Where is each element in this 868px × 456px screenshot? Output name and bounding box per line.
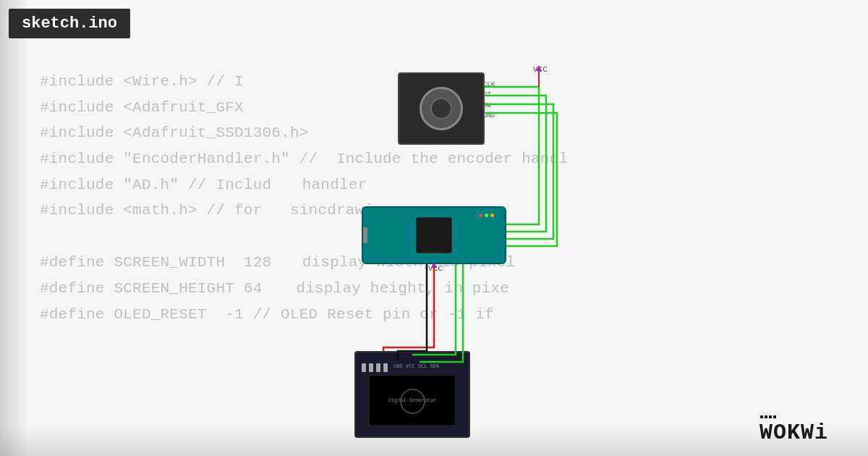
oled-circle [400,389,425,414]
wokwi-logo: WOKWi [760,415,854,443]
encoder-circle-outer [420,87,463,130]
oled-module: GND VCC SCL SDA signal Generator [354,351,470,438]
pin-sw: SW [483,101,495,111]
oled-pin-1 [362,363,366,372]
svg-rect-7 [773,415,776,418]
oled-pin-3 [376,363,380,372]
arduino-chip [416,217,452,253]
svg-rect-5 [765,415,767,418]
circuit-area: VCC VCC CLK DT SW GND [326,65,868,442]
title-bar: sketch.ino [9,9,130,38]
pin-clk: CLK [483,80,495,90]
arduino-usb [362,227,367,243]
arduino-module [362,206,506,264]
svg-text:WOKWi: WOKWi [760,421,828,443]
oled-pin-4 [383,363,388,372]
led-green [485,214,488,217]
led-orange [490,214,494,217]
encoder-pins: CLK DT SW GND [483,80,495,122]
pin-gnd: GND [483,111,495,121]
main-area: sketch.ino #include <Wire.h> // I #inclu… [0,0,868,456]
title-text: sketch.ino [22,14,117,33]
pin-dt: DT [483,90,495,100]
led-red [479,214,482,217]
vcc-label-top: VCC [533,65,548,74]
oled-pin-2 [369,363,373,372]
left-shadow [0,0,29,456]
oled-pin-labels: GND VCC SCL SDA [393,363,439,372]
svg-rect-6 [769,415,772,418]
encoder-module [398,72,485,145]
encoder-circle-inner [430,98,452,119]
vcc-label-mid: VCC [428,264,443,273]
oled-screen: signal Generator [369,375,456,426]
led-dots [479,214,494,217]
svg-rect-4 [760,415,763,418]
